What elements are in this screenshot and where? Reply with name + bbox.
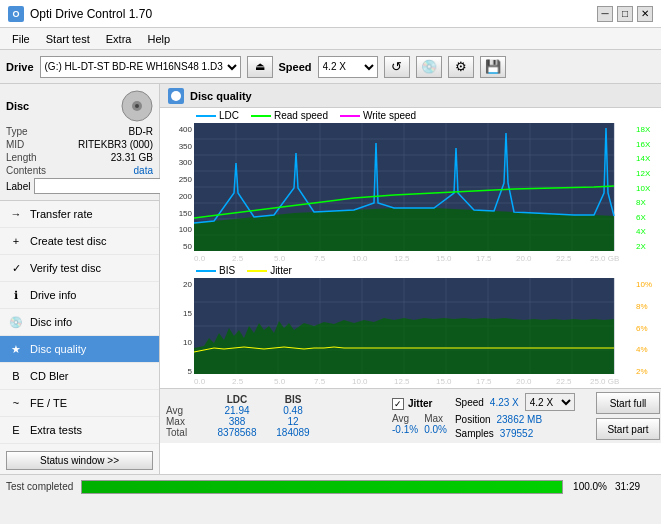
ldc-total: 8378568 <box>212 427 262 438</box>
nav-drive-info[interactable]: ℹ Drive info <box>0 282 159 309</box>
app-icon: O <box>8 6 24 22</box>
content-header: Disc quality <box>160 84 661 108</box>
jitter-avg: -0.1% <box>392 424 418 435</box>
disc-quality-icon: ★ <box>8 341 24 357</box>
menubar: File Start test Extra Help <box>0 28 661 50</box>
svg-text:10.0: 10.0 <box>352 254 368 263</box>
svg-point-2 <box>135 104 139 108</box>
write-speed-legend: Write speed <box>340 110 416 121</box>
eject-button[interactable]: ⏏ <box>247 56 273 78</box>
stats-table: LDC BIS Avg 21.94 0.48 Max 388 12 Total … <box>166 394 384 438</box>
drive-select[interactable]: (G:) HL-DT-ST BD-RE WH16NS48 1.D3 <box>40 56 241 78</box>
ldc-avg: 21.94 <box>212 405 262 416</box>
maximize-button[interactable]: □ <box>617 6 633 22</box>
ldc-header: LDC <box>212 394 262 405</box>
progress-bar <box>81 480 563 494</box>
main-layout: Disc Type BD-R MID RITEKBR3 (000) Length… <box>0 84 661 474</box>
nav-drive-info-label: Drive info <box>30 289 76 301</box>
svg-text:20.0: 20.0 <box>516 377 532 386</box>
disc-label-input[interactable] <box>34 178 163 194</box>
svg-text:15.0: 15.0 <box>436 377 452 386</box>
window-controls[interactable]: ─ □ ✕ <box>597 6 653 22</box>
nav-create-test-disc-label: Create test disc <box>30 235 106 247</box>
chart2-y-right: 10% 8% 6% 4% 2% <box>634 278 661 388</box>
nav-create-test-disc[interactable]: + Create test disc <box>0 228 159 255</box>
minimize-button[interactable]: ─ <box>597 6 613 22</box>
nav-transfer-rate[interactable]: → Transfer rate <box>0 201 159 228</box>
start-full-button[interactable]: Start full <box>596 392 660 414</box>
menu-starttest[interactable]: Start test <box>38 31 98 47</box>
svg-text:12.5: 12.5 <box>394 254 410 263</box>
cd-bler-icon: B <box>8 368 24 384</box>
jitter-check-label: Jitter <box>408 398 432 409</box>
progress-label: Test completed <box>6 481 73 492</box>
nav-extra-tests[interactable]: E Extra tests <box>0 417 159 444</box>
ldc-legend: LDC <box>196 110 239 121</box>
close-button[interactable]: ✕ <box>637 6 653 22</box>
bis-total: 184089 <box>268 427 318 438</box>
action-buttons: Start full Start part <box>596 392 660 440</box>
progress-time: 31:29 <box>615 481 655 492</box>
menu-help[interactable]: Help <box>139 31 178 47</box>
status-window-button[interactable]: Status window >> <box>6 451 153 470</box>
create-test-disc-icon: + <box>8 233 24 249</box>
max-label: Max <box>166 416 206 427</box>
bis-color <box>196 270 216 272</box>
titlebar: O Opti Drive Control 1.70 ─ □ ✕ <box>0 0 661 28</box>
chart2-y-left: 20 15 10 5 <box>164 278 194 388</box>
disc-button[interactable]: 💿 <box>416 56 442 78</box>
svg-text:2.5: 2.5 <box>232 254 244 263</box>
drive-label: Drive <box>6 61 34 73</box>
svg-text:0.0: 0.0 <box>194 254 206 263</box>
svg-text:0.0: 0.0 <box>194 377 206 386</box>
chart1-svg: 0.0 2.5 5.0 7.5 10.0 12.5 15.0 17.5 20.0… <box>194 123 634 263</box>
content-header-icon <box>168 88 184 104</box>
total-label: Total <box>166 427 206 438</box>
svg-text:2.5: 2.5 <box>232 377 244 386</box>
jitter-checkbox[interactable]: ✓ <box>392 398 404 410</box>
titlebar-left: O Opti Drive Control 1.70 <box>8 6 152 22</box>
disc-contents-field: Contents data <box>6 165 153 176</box>
svg-text:5.0: 5.0 <box>274 377 286 386</box>
refresh-button[interactable]: ↺ <box>384 56 410 78</box>
read-speed-legend: Read speed <box>251 110 328 121</box>
chart1-legend: LDC Read speed Write speed <box>196 110 661 121</box>
toolbar: Drive (G:) HL-DT-ST BD-RE WH16NS48 1.D3 … <box>0 50 661 84</box>
jitter-legend: Jitter <box>247 265 292 276</box>
nav-disc-info-label: Disc info <box>30 316 72 328</box>
menu-extra[interactable]: Extra <box>98 31 140 47</box>
progress-section: Test completed 100.0% 31:29 <box>0 474 661 498</box>
speed-select-stats[interactable]: 4.2 X <box>525 393 575 411</box>
chart1-area: 400 350 300 250 200 150 100 50 <box>164 123 661 263</box>
nav-disc-quality[interactable]: ★ Disc quality <box>0 336 159 363</box>
avg-label: Avg <box>166 405 206 416</box>
start-part-button[interactable]: Start part <box>596 418 660 440</box>
svg-text:10.0: 10.0 <box>352 377 368 386</box>
progress-fill <box>82 481 562 493</box>
nav-cd-bler[interactable]: B CD Bler <box>0 363 159 390</box>
app-title: Opti Drive Control 1.70 <box>30 7 152 21</box>
chart2-area: 20 15 10 5 <box>164 278 661 388</box>
jitter-max: 0.0% <box>424 424 447 435</box>
jitter-color <box>247 270 267 272</box>
svg-text:7.5: 7.5 <box>314 377 326 386</box>
menu-file[interactable]: File <box>4 31 38 47</box>
bis-header: BIS <box>268 394 318 405</box>
nav-disc-info[interactable]: 💿 Disc info <box>0 309 159 336</box>
settings-button[interactable]: ⚙ <box>448 56 474 78</box>
nav-fe-te[interactable]: ~ FE / TE <box>0 390 159 417</box>
ldc-max: 388 <box>212 416 262 427</box>
save-button[interactable]: 💾 <box>480 56 506 78</box>
disc-label-row: Label ✎ <box>6 178 153 194</box>
nav-verify-test-disc[interactable]: ✓ Verify test disc <box>0 255 159 282</box>
stats-bar: LDC BIS Avg 21.94 0.48 Max 388 12 Total … <box>160 388 661 443</box>
disc-panel: Disc Type BD-R MID RITEKBR3 (000) Length… <box>0 84 159 201</box>
speed-select[interactable]: 4.2 X <box>318 56 378 78</box>
svg-text:22.5: 22.5 <box>556 254 572 263</box>
svg-point-3 <box>171 91 181 101</box>
svg-text:22.5: 22.5 <box>556 377 572 386</box>
chart2-container: BIS Jitter 20 15 10 5 <box>160 263 661 388</box>
svg-text:5.0: 5.0 <box>274 254 286 263</box>
nav-disc-quality-label: Disc quality <box>30 343 86 355</box>
chart1-y-right: 18X 16X 14X 12X 10X 8X 6X 4X 2X <box>634 123 661 263</box>
